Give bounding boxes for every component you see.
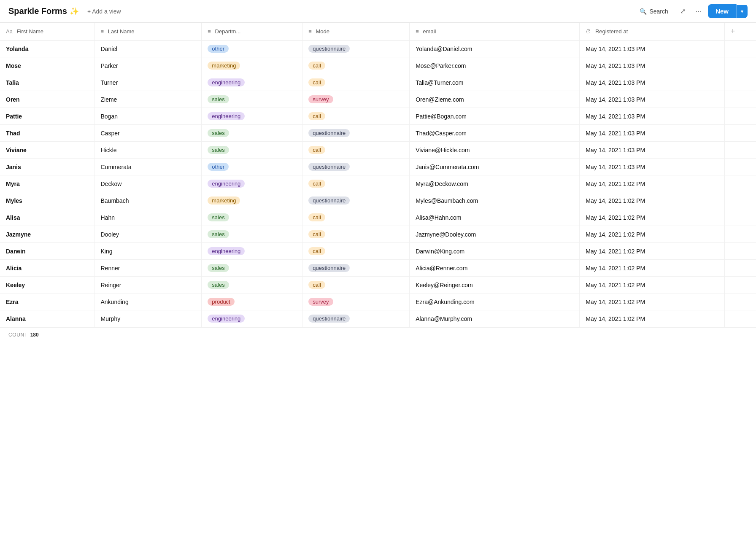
cell-registered: May 14, 2021 1:03 PM <box>580 40 724 57</box>
col-header-email[interactable]: ≡ email <box>410 23 580 40</box>
table-row: Talia Turner engineering call Talia@Turn… <box>0 74 756 91</box>
col-header-department[interactable]: ≡ Departm... <box>202 23 302 40</box>
cell-department: other <box>202 159 302 175</box>
mode-badge: questionnaire <box>308 197 350 205</box>
col-label-email: email <box>423 28 436 35</box>
add-view-label: + Add a view <box>87 8 121 15</box>
cell-registered: May 14, 2021 1:03 PM <box>580 57 724 74</box>
dept-badge: sales <box>208 264 229 272</box>
cell-lastname: Zieme <box>94 91 202 108</box>
col-header-add[interactable]: + <box>724 23 756 40</box>
cell-registered: May 14, 2021 1:03 PM <box>580 142 724 159</box>
cell-registered: May 14, 2021 1:02 PM <box>580 209 724 226</box>
col-header-lastname[interactable]: ≡ Last Name <box>94 23 202 40</box>
mode-badge: questionnaire <box>308 264 350 272</box>
dept-badge: sales <box>208 281 229 289</box>
cell-mode: questionnaire <box>302 40 410 57</box>
table-row: Myra Deckow engineering call Myra@Deckow… <box>0 175 756 192</box>
col-label-department: Departm... <box>215 28 241 35</box>
col-header-mode[interactable]: ≡ Mode <box>302 23 410 40</box>
cell-department: sales <box>202 277 302 293</box>
col-header-registered[interactable]: ⏱ Registered at <box>580 23 724 40</box>
cell-mode: call <box>302 175 410 192</box>
search-button[interactable]: 🔍 Search <box>634 5 673 17</box>
more-button[interactable]: ··· <box>692 5 705 18</box>
cell-add <box>724 91 756 108</box>
table-row: Janis Cummerata other questionnaire Jani… <box>0 159 756 175</box>
cell-department: engineering <box>202 310 302 327</box>
cell-department: engineering <box>202 243 302 260</box>
cell-firstname: Oren <box>0 91 94 108</box>
dept-badge: engineering <box>208 247 245 255</box>
new-button[interactable]: New <box>708 4 737 18</box>
cell-email: Alanna@Murphy.com <box>410 310 580 327</box>
cell-add <box>724 175 756 192</box>
cell-email: Talia@Turner.com <box>410 74 580 91</box>
cell-email: Myles@Baumbach.com <box>410 192 580 209</box>
cell-add <box>724 40 756 57</box>
cell-email: Oren@Zieme.com <box>410 91 580 108</box>
cell-registered: May 14, 2021 1:02 PM <box>580 226 724 243</box>
expand-button[interactable]: ⤢ <box>677 5 689 18</box>
cell-department: sales <box>202 142 302 159</box>
dept-badge: sales <box>208 213 229 221</box>
table-row: Viviane Hickle sales call Viviane@Hickle… <box>0 142 756 159</box>
list-icon-4: ≡ <box>416 28 419 35</box>
table-container: Aa First Name ≡ Last Name ≡ Departm... ≡… <box>0 23 756 327</box>
mode-badge: survey <box>308 95 333 103</box>
new-dropdown-button[interactable]: ▾ <box>737 5 748 18</box>
mode-badge: call <box>308 112 325 120</box>
cell-department: engineering <box>202 74 302 91</box>
col-header-firstname[interactable]: Aa First Name <box>0 23 94 40</box>
cell-lastname: Hickle <box>94 142 202 159</box>
text-icon: Aa <box>6 28 13 35</box>
table-row: Keeley Reinger sales call Keeley@Reinger… <box>0 277 756 293</box>
cell-firstname: Mose <box>0 57 94 74</box>
cell-registered: May 14, 2021 1:02 PM <box>580 277 724 293</box>
list-icon-2: ≡ <box>208 28 211 35</box>
cell-lastname: Renner <box>94 260 202 277</box>
cell-mode: survey <box>302 293 410 310</box>
cell-firstname: Keeley <box>0 277 94 293</box>
cell-lastname: Dooley <box>94 226 202 243</box>
dept-badge: product <box>208 298 234 306</box>
cell-lastname: Baumbach <box>94 192 202 209</box>
add-column-button[interactable]: + <box>731 27 735 36</box>
cell-email: Keeley@Reinger.com <box>410 277 580 293</box>
cell-department: marketing <box>202 192 302 209</box>
dept-badge: other <box>208 163 229 171</box>
dept-badge: engineering <box>208 78 245 86</box>
dept-badge: engineering <box>208 180 245 188</box>
search-icon: 🔍 <box>640 8 647 15</box>
cell-registered: May 14, 2021 1:02 PM <box>580 260 724 277</box>
cell-lastname: Deckow <box>94 175 202 192</box>
table-header: Aa First Name ≡ Last Name ≡ Departm... ≡… <box>0 23 756 40</box>
cell-department: sales <box>202 260 302 277</box>
col-label-mode: Mode <box>316 28 330 35</box>
cell-lastname: Cummerata <box>94 159 202 175</box>
mode-badge: survey <box>308 298 333 306</box>
cell-firstname: Talia <box>0 74 94 91</box>
chevron-down-icon: ▾ <box>741 8 743 14</box>
cell-registered: May 14, 2021 1:03 PM <box>580 159 724 175</box>
cell-email: Viviane@Hickle.com <box>410 142 580 159</box>
cell-add <box>724 108 756 125</box>
table-row: Myles Baumbach marketing questionnaire M… <box>0 192 756 209</box>
add-view-button[interactable]: + Add a view <box>84 6 124 16</box>
dept-badge: engineering <box>208 315 245 323</box>
cell-add <box>724 277 756 293</box>
mode-badge: call <box>308 180 325 188</box>
table-row: Alicia Renner sales questionnaire Alicia… <box>0 260 756 277</box>
cell-firstname: Yolanda <box>0 40 94 57</box>
cell-department: sales <box>202 125 302 142</box>
table-row: Oren Zieme sales survey Oren@Zieme.com M… <box>0 91 756 108</box>
table-row: Ezra Ankunding product survey Ezra@Ankun… <box>0 293 756 310</box>
mode-badge: call <box>308 247 325 255</box>
table-row: Alisa Hahn sales call Alisa@Hahn.com May… <box>0 209 756 226</box>
cell-email: Thad@Casper.com <box>410 125 580 142</box>
col-label-lastname: Last Name <box>108 28 135 35</box>
cell-firstname: Darwin <box>0 243 94 260</box>
new-label: New <box>716 8 729 15</box>
table-row: Pattie Bogan engineering call Pattie@Bog… <box>0 108 756 125</box>
cell-firstname: Myles <box>0 192 94 209</box>
